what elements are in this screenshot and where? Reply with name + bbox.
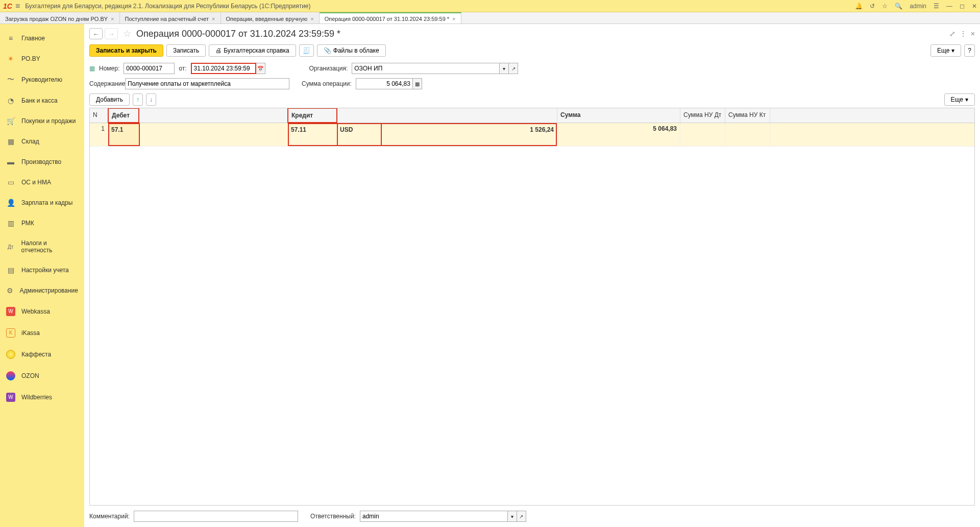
col-sum[interactable]: Сумма (557, 108, 680, 123)
sidebar-item-ikassa[interactable]: KiKassa (0, 322, 84, 344)
add-button[interactable]: Добавить (89, 93, 130, 106)
save-close-button[interactable]: Записать и закрыть (89, 44, 163, 57)
col-n[interactable]: N (90, 108, 108, 123)
calc-icon[interactable]: ▦ (413, 78, 422, 89)
col-kredit[interactable]: Кредит (288, 108, 557, 123)
sidebar-item-label: Каффеста (21, 351, 51, 358)
table-row[interactable]: 1 57.1 57.11 USD 1 526,24 (90, 123, 974, 147)
col-nukt[interactable]: Сумма НУ Кт (725, 108, 770, 123)
sidebar-item-bank[interactable]: ◔Банк и касса (0, 90, 84, 111)
sidebar-item-webkassa[interactable]: WWebkassa (0, 301, 84, 322)
tab-close-icon[interactable]: × (452, 16, 455, 22)
sidebar: ≡Главное ✶PO.BY 〜Руководителю ◔Банк и ка… (0, 24, 84, 527)
sidebar-item-main[interactable]: ≡Главное (0, 28, 84, 49)
report-button-label: Бухгалтерская справка (224, 47, 289, 54)
sidebar-item-kaffesta[interactable]: Каффеста (0, 344, 84, 365)
sidebar-item-poby[interactable]: ✶PO.BY (0, 49, 84, 69)
help-button[interactable]: ? (964, 44, 975, 57)
sidebar-item-taxes[interactable]: ДтНалоги и отчетность (0, 233, 84, 260)
wildberries-icon: W (6, 393, 15, 402)
person-icon: 👤 (6, 199, 15, 207)
open-icon[interactable]: ↗ (509, 63, 518, 74)
files-button-label: Файлы в облаке (333, 47, 379, 54)
nav-back-button[interactable]: ← (89, 28, 103, 39)
kredit-currency[interactable]: USD (338, 123, 382, 146)
report-button[interactable]: 🖨Бухгалтерская справка (209, 44, 296, 57)
number-label: Номер: (99, 65, 119, 72)
user-label[interactable]: admin (910, 3, 926, 10)
responsible-input[interactable] (360, 511, 508, 522)
nav-forward-button[interactable]: → (105, 28, 118, 39)
more-button[interactable]: Еще ▾ (930, 44, 961, 57)
dropdown-icon[interactable]: ▾ (508, 511, 517, 522)
sidebar-item-warehouse[interactable]: ▦Склад (0, 131, 84, 152)
grid-icon: ▦ (6, 137, 15, 146)
org-label: Организация: (309, 65, 348, 72)
home-icon: ≡ (6, 34, 15, 42)
page-title: Операция 0000-000017 от 31.10.2024 23:59… (136, 29, 947, 39)
maximize-icon[interactable]: ◻ (960, 3, 965, 10)
star-icon[interactable]: ☆ (882, 3, 888, 10)
content-input[interactable] (125, 78, 289, 89)
grid-more-button[interactable]: Еще ▾ (944, 93, 975, 106)
col-nudt[interactable]: Сумма НУ Дт (680, 108, 725, 123)
tab-label: Поступление на расчетный счет (125, 16, 209, 22)
org-input[interactable] (352, 63, 500, 74)
kebab-icon[interactable]: ⋮ (960, 30, 967, 38)
page-header: ← → ☆ Операция 0000-000017 от 31.10.2024… (84, 24, 980, 42)
files-button[interactable]: 📎Файлы в облаке (317, 44, 386, 57)
date-input[interactable] (191, 63, 256, 74)
sidebar-item-salary[interactable]: 👤Зарплата и кадры (0, 193, 84, 213)
dropdown-icon[interactable]: ▾ (500, 63, 509, 74)
move-down-button[interactable]: ↓ (146, 93, 156, 106)
close-page-icon[interactable]: × (971, 30, 975, 38)
comment-input[interactable] (134, 511, 298, 522)
tab-close-icon[interactable]: × (212, 16, 215, 22)
favorite-icon[interactable]: ☆ (123, 28, 131, 39)
sum-input[interactable] (356, 78, 413, 89)
sidebar-item-label: OZON (21, 372, 39, 379)
col-debet[interactable]: Дебет (108, 108, 288, 123)
tabbar: Загрузка продаж OZON по дням PO.BY × Пос… (0, 12, 980, 24)
kredit-value[interactable]: 1 526,24 (382, 123, 557, 146)
calendar-icon[interactable]: 📅 (256, 63, 265, 74)
save-button[interactable]: Записать (166, 44, 206, 57)
bell-icon[interactable]: 🔔 (855, 3, 863, 10)
minimize-icon[interactable]: — (946, 3, 952, 10)
sidebar-item-label: РМК (21, 220, 34, 227)
open-icon[interactable]: ↗ (517, 511, 526, 522)
chevron-down-icon: ▾ (951, 47, 954, 54)
tab-1[interactable]: Поступление на расчетный счет × (120, 12, 221, 23)
settings-icon[interactable]: ☰ (934, 3, 939, 10)
sidebar-item-manager[interactable]: 〜Руководителю (0, 69, 84, 90)
sidebar-item-wildberries[interactable]: WWildberries (0, 387, 84, 408)
number-input[interactable] (124, 63, 175, 74)
close-icon[interactable]: ✕ (972, 3, 977, 10)
history-icon[interactable]: ↺ (870, 3, 875, 10)
date-label: от: (179, 65, 186, 72)
sidebar-item-ozon[interactable]: OZON (0, 365, 84, 387)
tree-button[interactable]: 🧾 (299, 44, 314, 57)
tab-close-icon[interactable]: × (310, 16, 313, 22)
sidebar-item-sales[interactable]: 🛒Покупки и продажи (0, 111, 84, 131)
logo-1c: 1C (3, 2, 12, 10)
tab-3[interactable]: Операция 0000-000017 от 31.10.2024 23:59… (320, 12, 461, 23)
tab-0[interactable]: Загрузка продаж OZON по дням PO.BY × (0, 12, 120, 23)
link-icon[interactable]: ⤢ (949, 30, 955, 38)
tab-2[interactable]: Операции, введенные вручную × (221, 12, 320, 23)
tab-close-icon[interactable]: × (111, 16, 114, 22)
titlebar-right: 🔔 ↺ ☆ 🔍 admin ☰ — ◻ ✕ (855, 3, 977, 10)
kredit-account[interactable]: 57.11 (288, 123, 338, 146)
search-icon[interactable]: 🔍 (895, 3, 902, 10)
sidebar-item-assets[interactable]: ▭ОС и НМА (0, 172, 84, 193)
ikassa-icon: K (6, 328, 15, 338)
sidebar-item-label: Налоги и отчетность (21, 239, 78, 254)
move-up-button[interactable]: ↑ (133, 93, 143, 106)
sidebar-item-production[interactable]: ▬Производство (0, 152, 84, 172)
sidebar-item-rmk[interactable]: ▥РМК (0, 213, 84, 233)
sidebar-item-admin[interactable]: ⚙Администрирование (0, 280, 84, 301)
menu-icon[interactable]: ≡ (15, 2, 20, 11)
debet-account[interactable]: 57.1 (108, 123, 140, 146)
webkassa-icon: W (6, 307, 15, 316)
sidebar-item-settings[interactable]: ▤Настройки учета (0, 260, 84, 280)
